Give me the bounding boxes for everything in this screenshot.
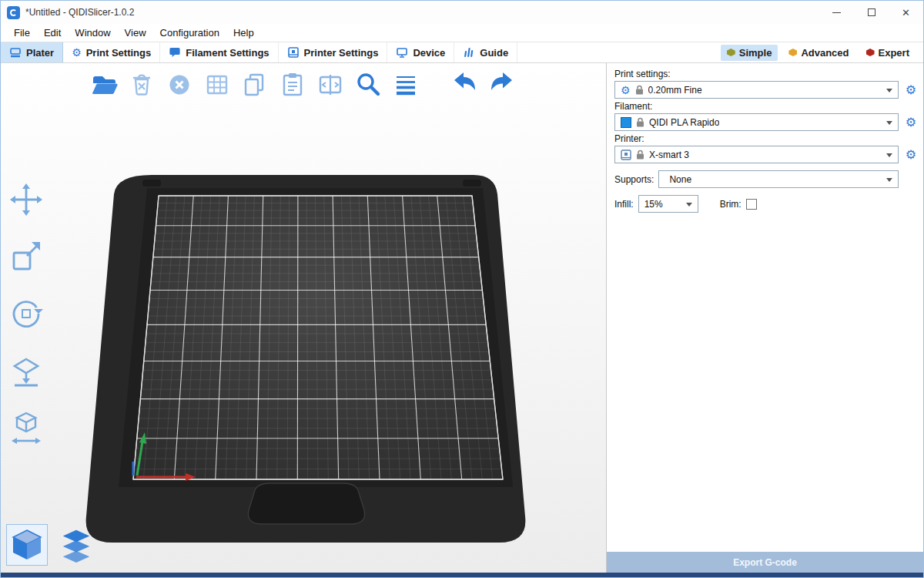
- menubar: File Edit Window View Configuration Help: [1, 24, 923, 42]
- open-project-button[interactable]: [87, 68, 121, 102]
- scale-icon: [8, 239, 44, 274]
- split-button[interactable]: [313, 68, 347, 102]
- tabbar: Plater ⚙ Print Settings Filament Setting…: [1, 42, 923, 63]
- tab-print-settings-label: Print Settings: [86, 47, 152, 59]
- paste-button[interactable]: [276, 68, 310, 102]
- printer-combo[interactable]: X-smart 3: [614, 146, 899, 163]
- arrange-icon: [202, 69, 233, 100]
- close-button[interactable]: ✕: [889, 1, 923, 24]
- mode-expert-label: Expert: [879, 47, 909, 59]
- layers-view-button[interactable]: [56, 525, 96, 565]
- scale-button[interactable]: [7, 237, 45, 276]
- build-plate: [133, 196, 503, 479]
- chevron-down-icon: [886, 89, 892, 96]
- chevron-down-icon: [886, 121, 892, 128]
- variable-layer-height-icon: [390, 69, 421, 100]
- window-title: *Untitled - QIDISlicer-1.0.2: [25, 7, 134, 18]
- menu-configuration[interactable]: Configuration: [153, 25, 226, 40]
- rotate-icon: [8, 296, 44, 331]
- infill-label: Infill:: [614, 199, 634, 210]
- print-settings-label: Print settings:: [614, 69, 919, 79]
- redo-button[interactable]: [485, 68, 519, 102]
- mode-advanced[interactable]: Advanced: [782, 45, 855, 61]
- undo-icon: [449, 69, 480, 100]
- infill-value: 15%: [644, 199, 663, 210]
- measure-button[interactable]: [7, 408, 45, 447]
- chevron-down-icon: [686, 203, 692, 210]
- minimize-icon: [832, 12, 841, 13]
- 3d-view-button[interactable]: [7, 525, 47, 565]
- print-settings-edit-button[interactable]: ⚙: [903, 82, 919, 98]
- simple-mode-dot-icon: [727, 49, 735, 56]
- maximize-button[interactable]: [854, 1, 889, 24]
- export-gcode-button[interactable]: Export G-code: [607, 552, 923, 573]
- tab-device[interactable]: Device: [387, 42, 454, 62]
- bed-handle: [248, 483, 364, 524]
- tab-plater-label: Plater: [26, 47, 54, 59]
- menu-view[interactable]: View: [118, 25, 153, 40]
- place-on-face-icon: [8, 353, 44, 388]
- tab-plater[interactable]: Plater: [1, 42, 63, 62]
- printer-preset-icon: [621, 150, 631, 160]
- move-button[interactable]: [7, 180, 45, 219]
- search-button[interactable]: [351, 68, 385, 102]
- rotate-button[interactable]: [7, 294, 45, 333]
- delete-all-icon: [164, 69, 195, 100]
- status-strip: [1, 573, 923, 577]
- tab-filament-settings-label: Filament Settings: [186, 47, 269, 59]
- maximize-icon: [868, 8, 875, 16]
- tab-print-settings[interactable]: ⚙ Print Settings: [63, 42, 160, 62]
- menu-help[interactable]: Help: [226, 25, 261, 40]
- delete-icon: [126, 69, 157, 100]
- settings-panel: Print settings: ⚙ 0.20mm Fine ⚙ Filament…: [606, 63, 923, 573]
- object-manipulation-toolbar: [7, 180, 45, 447]
- copy-icon: [239, 69, 270, 100]
- preset-gear-icon: ⚙: [621, 85, 631, 96]
- move-icon: [8, 182, 44, 217]
- menu-window[interactable]: Window: [68, 25, 117, 40]
- place-on-face-button[interactable]: [7, 351, 45, 390]
- filament-combo[interactable]: QIDI PLA Rapido: [614, 113, 899, 131]
- filament-value: QIDI PLA Rapido: [649, 117, 719, 128]
- printer-icon: [287, 46, 300, 59]
- delete-button[interactable]: [125, 68, 159, 102]
- mode-simple-label: Simple: [739, 47, 772, 59]
- brim-checkbox[interactable]: [746, 199, 757, 210]
- printer-value: X-smart 3: [649, 150, 689, 160]
- chevron-down-icon: [886, 153, 892, 160]
- tab-guide[interactable]: Guide: [454, 42, 517, 62]
- mode-simple[interactable]: Simple: [721, 45, 778, 61]
- supports-combo[interactable]: None: [658, 170, 899, 188]
- lock-icon: [636, 117, 644, 127]
- viewport-toolbar: [87, 68, 519, 102]
- print-bed: [1, 63, 606, 573]
- tab-printer-settings-label: Printer Settings: [304, 47, 379, 59]
- delete-all-button[interactable]: [162, 68, 196, 102]
- variable-layer-height-button[interactable]: [389, 68, 423, 102]
- mode-expert[interactable]: Expert: [860, 45, 916, 61]
- printer-label: Printer:: [614, 133, 919, 144]
- menu-file[interactable]: File: [7, 25, 37, 40]
- viewport-3d[interactable]: [1, 63, 606, 573]
- printer-edit-button[interactable]: ⚙: [903, 147, 919, 163]
- plater-icon: [9, 46, 22, 59]
- print-settings-value: 0.20mm Fine: [648, 85, 702, 96]
- filament-edit-button[interactable]: ⚙: [903, 115, 919, 130]
- infill-combo[interactable]: 15%: [638, 195, 698, 213]
- tab-printer-settings[interactable]: Printer Settings: [279, 42, 388, 62]
- device-icon: [396, 46, 408, 59]
- copy-button[interactable]: [238, 68, 272, 102]
- print-settings-combo[interactable]: ⚙ 0.20mm Fine: [614, 81, 899, 99]
- mode-switcher: Simple Advanced Expert: [721, 42, 923, 62]
- tab-guide-label: Guide: [480, 47, 508, 59]
- menu-edit[interactable]: Edit: [37, 25, 68, 40]
- brim-label: Brim:: [720, 199, 742, 210]
- layers-view-icon: [59, 527, 94, 563]
- undo-button[interactable]: [447, 68, 481, 102]
- app-logo-icon: [7, 6, 20, 19]
- arrange-button[interactable]: [200, 68, 234, 102]
- tab-filament-settings[interactable]: Filament Settings: [160, 42, 278, 62]
- minimize-button[interactable]: [819, 1, 854, 24]
- redo-icon: [487, 69, 517, 100]
- print-settings-icon: ⚙: [72, 47, 82, 58]
